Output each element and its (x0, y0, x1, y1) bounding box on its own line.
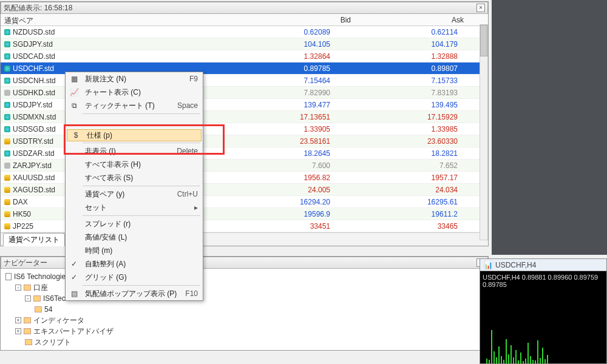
menu-separator (83, 186, 200, 186)
bid-value: 23.58161 (221, 137, 354, 146)
bid-value: 104.105 (221, 40, 354, 49)
market-watch-columns: 通貨ペア Bid Ask (1, 14, 488, 26)
symbol-icon (4, 53, 10, 59)
symbol-name: USDMXN.std (13, 113, 56, 121)
col-bid[interactable]: Bid (221, 14, 354, 25)
context-menu: ▦新規注文 (N)F9 📈チャート表示 (C) ⧉ティックチャート (T)Spa… (65, 72, 203, 301)
symbol-icon (4, 114, 10, 120)
bid-value: 18.2645 (221, 149, 354, 158)
folder-icon (35, 306, 42, 312)
ask-value: 16295.61 (354, 198, 488, 206)
bid-value: 7.15464 (221, 76, 354, 85)
symbol-icon (4, 199, 10, 205)
check-icon: ✓ (68, 273, 80, 281)
menu-new-order[interactable]: ▦新規注文 (N)F9 (66, 72, 203, 86)
symbol-icon (4, 187, 10, 193)
menu-chart[interactable]: 📈チャート表示 (C) (66, 86, 203, 99)
menu-time[interactable]: 時間 (m) (66, 244, 203, 257)
symbol-icon (4, 78, 10, 84)
market-watch-title: 気配値表示: 16:58:18 (4, 3, 476, 13)
bid-value: 1.32864 (221, 52, 354, 61)
ask-value: 7.15733 (354, 76, 488, 85)
folder-icon (33, 295, 41, 302)
tree-scripts[interactable]: スクリプト (5, 337, 483, 348)
menu-spread[interactable]: スプレッド (r) (66, 217, 203, 231)
symbol-icon (4, 126, 10, 132)
menu-separator (83, 113, 200, 114)
close-icon[interactable]: × (476, 4, 485, 12)
bid-value: 17.13651 (221, 113, 354, 121)
chart-icon: 📊 (484, 261, 493, 269)
menu-auto[interactable]: ✓自動整列 (A) (66, 257, 203, 271)
ask-value: 24.034 (354, 186, 488, 194)
ask-value: 1.33985 (354, 125, 488, 133)
chart-window[interactable]: 📊USDCHF,H4 USDCHF,H4 0.89881 0.89960 0.8… (480, 258, 607, 364)
symbol-icon (4, 138, 10, 144)
table-row[interactable]: NZDUSD.std0.620890.62114 (1, 26, 488, 38)
ask-value: 139.495 (354, 101, 488, 109)
symbol-icon (4, 175, 10, 181)
market-watch-header[interactable]: 気配値表示: 16:58:18 × (1, 2, 488, 14)
dollar-icon: $ (70, 131, 82, 140)
chart-area[interactable]: USDCHF,H4 0.89881 0.89960 0.89759 0.8978… (480, 271, 606, 363)
tick-icon: ⧉ (68, 101, 80, 110)
symbol-name: XAUUSD.std (13, 174, 55, 182)
bid-value: 1.33905 (221, 125, 354, 133)
minus-icon[interactable]: - (25, 295, 31, 302)
tab-symbol-list[interactable]: 通貨ペアリスト (3, 233, 65, 246)
ask-value: 23.60330 (354, 137, 488, 146)
chart-header-text: USDCHF,H4 0.89881 0.89960 0.89759 0.8978… (483, 274, 604, 288)
symbol-name: USDHKD.std (13, 89, 55, 97)
tree-indicators[interactable]: +インディケータ (5, 315, 483, 326)
bid-value: 0.89785 (221, 64, 354, 73)
table-row[interactable]: SGDJPY.std104.105104.179 (1, 38, 488, 50)
menu-separator (83, 215, 200, 216)
menu-popup[interactable]: ▤気配値ポップアップ表示 (P)F10 (66, 287, 203, 300)
bid-value: 16294.20 (221, 198, 354, 206)
ask-value: 7.652 (354, 161, 488, 170)
menu-symbols[interactable]: 通貨ペア (y)Ctrl+U (66, 187, 203, 201)
symbol-name: XAGUSD.std (13, 186, 55, 194)
plus-icon[interactable]: + (15, 328, 21, 334)
menu-show-all[interactable]: すべて表示 (S) (66, 171, 203, 184)
folder-icon (25, 339, 32, 345)
menu-hide[interactable]: 非表示 (I)Delete (66, 144, 203, 158)
symbol-icon (4, 163, 10, 169)
app-icon (5, 273, 12, 280)
symbol-name: USDCAD.std (13, 52, 55, 61)
chevron-right-icon: ▸ (194, 203, 198, 212)
menu-separator (83, 143, 200, 143)
symbol-name: JP225 (13, 222, 33, 231)
tree-account-sub[interactable]: 54 (5, 304, 483, 315)
ask-value: 0.62114 (354, 28, 488, 36)
menu-hilo[interactable]: 高値/安値 (L) (66, 231, 203, 244)
chart-icon: 📈 (68, 88, 80, 96)
symbol-icon (4, 102, 10, 108)
symbol-icon (4, 150, 10, 157)
bid-value: 24.005 (221, 186, 354, 194)
col-ask[interactable]: Ask (354, 14, 488, 25)
market-watch-scrollbar[interactable] (480, 24, 488, 240)
folder-icon (24, 285, 31, 291)
tree-ea[interactable]: +エキスパートアドバイザ (5, 326, 483, 337)
bid-value: 7.82990 (221, 89, 354, 97)
bid-value: 19596.9 (221, 210, 354, 218)
minus-icon[interactable]: - (15, 285, 21, 291)
bid-value: 7.600 (221, 161, 354, 170)
folder-icon (24, 328, 31, 334)
menu-tick[interactable]: ⧉ティックチャート (T)Space (66, 99, 203, 112)
table-row[interactable]: USDCAD.std1.328641.32888 (1, 50, 488, 62)
menu-hidden[interactable] (66, 115, 203, 129)
symbol-name: USDCNH.std (13, 76, 56, 85)
order-icon: ▦ (68, 75, 80, 83)
chart-tab[interactable]: 📊USDCHF,H4 (480, 259, 606, 271)
menu-hide-all[interactable]: すべて非表示 (H) (66, 158, 203, 171)
menu-grid[interactable]: ✓グリッド (G) (66, 271, 203, 284)
col-symbol[interactable]: 通貨ペア (1, 14, 221, 25)
menu-specification[interactable]: $仕様 (p) (67, 129, 202, 141)
symbol-icon (4, 223, 10, 229)
plus-icon[interactable]: + (15, 317, 21, 323)
menu-sets[interactable]: セット▸ (66, 201, 203, 214)
bid-value: 139.477 (221, 101, 354, 109)
symbol-name: SGDJPY.std (13, 40, 53, 49)
